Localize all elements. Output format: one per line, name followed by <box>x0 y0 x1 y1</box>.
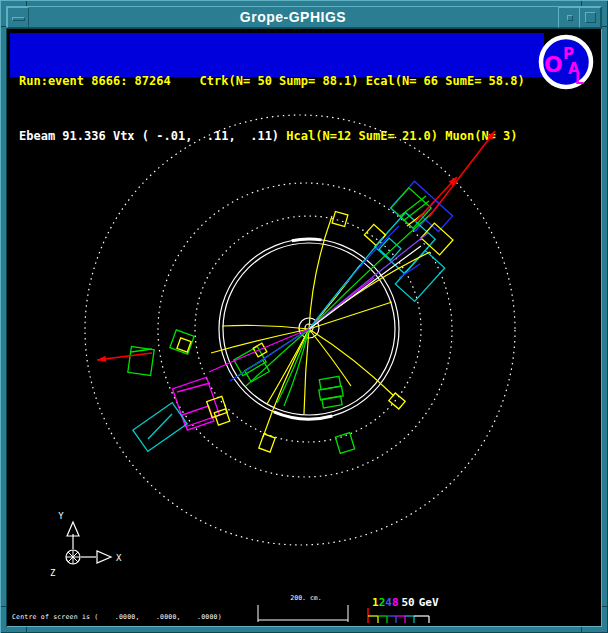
calo-box <box>172 377 219 427</box>
z-axis-label: Z <box>50 568 56 578</box>
scale-label: 200. cm. <box>258 594 354 602</box>
muon-arrow-head <box>97 356 106 362</box>
particle-track <box>267 329 309 404</box>
particle-track <box>246 329 309 386</box>
frame-notch <box>602 26 607 27</box>
y-axis-arrowhead <box>67 522 79 536</box>
z-axis-spoke <box>68 552 73 557</box>
event-display: YXZ <box>6 28 602 627</box>
legend-item: 4 <box>385 597 392 608</box>
legend-item: 2 <box>379 597 386 608</box>
calo-box <box>259 434 275 452</box>
calo-box <box>335 433 354 454</box>
detail-line <box>177 383 210 392</box>
calo-box <box>421 201 452 232</box>
window-menu-icon <box>12 17 25 21</box>
window-menu-button[interactable] <box>7 7 29 28</box>
z-axis-spoke <box>73 557 78 562</box>
client-area: Run:event 8666: 87264 Ctrk(N= 50 Sump= 8… <box>6 28 602 627</box>
frame-notch <box>602 606 607 607</box>
z-axis-spoke <box>73 552 78 557</box>
calo-box <box>322 396 342 408</box>
muon-arrow <box>429 131 495 217</box>
detector-ring-dashed <box>85 115 515 545</box>
energy-legend: 124850GeV <box>372 597 439 608</box>
maximize-button[interactable] <box>579 7 601 28</box>
x-axis-arrowhead <box>97 551 111 563</box>
minimize-button[interactable] <box>558 7 580 28</box>
particle-track <box>222 325 309 329</box>
calo-box <box>390 181 439 231</box>
legend-item: 50 <box>402 597 415 608</box>
x-axis-label: X <box>116 553 122 563</box>
legend-item: 8 <box>392 597 399 608</box>
particle-track <box>309 233 428 329</box>
particle-track <box>309 302 392 329</box>
titlebar[interactable]: Grope-GPHIGS <box>6 6 602 28</box>
minimize-icon <box>567 15 573 21</box>
calo-box <box>389 393 405 409</box>
legend-item: GeV <box>419 597 439 608</box>
window-title: Grope-GPHIGS <box>31 7 555 28</box>
calo-box <box>332 211 348 226</box>
inner-ring-hit <box>292 239 322 241</box>
particle-track <box>309 216 332 329</box>
app-window: Grope-GPHIGS Run:event 8666: 87264 Ctrk(… <box>0 0 608 633</box>
centre-status: Centre of screen is ( .0000, .0000, .000… <box>12 613 222 621</box>
inner-ring-hit <box>274 412 332 419</box>
y-axis-label: Y <box>58 511 64 521</box>
maximize-icon <box>585 12 596 23</box>
frame-notch <box>26 627 27 632</box>
frame-notch <box>581 627 582 632</box>
z-axis-spoke <box>68 557 73 562</box>
legend-item: 1 <box>372 597 379 608</box>
particle-track <box>309 329 394 396</box>
particle-track <box>309 252 430 329</box>
detail-line <box>131 349 152 352</box>
